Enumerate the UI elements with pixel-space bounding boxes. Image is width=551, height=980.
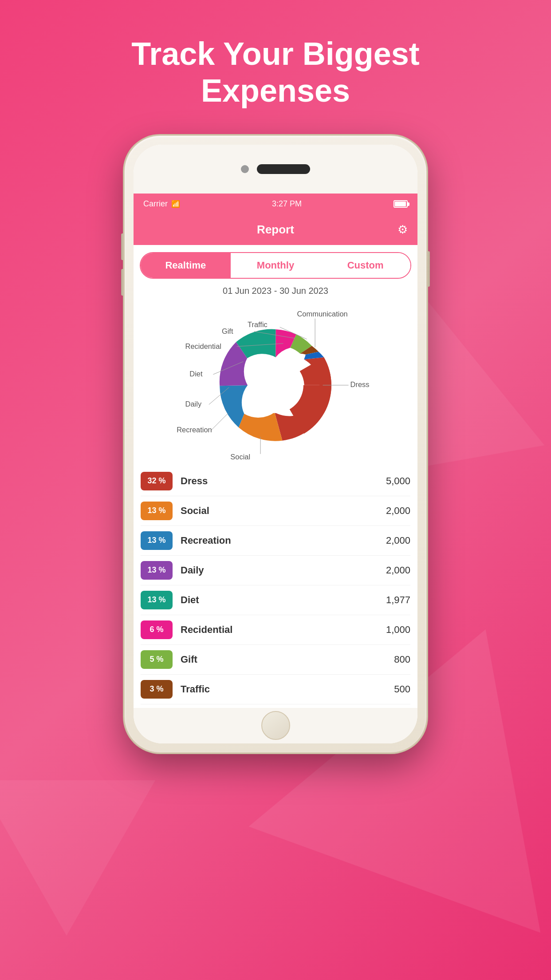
expense-name: Recidential — [181, 624, 386, 636]
earpiece-speaker — [257, 164, 310, 174]
home-button[interactable] — [261, 711, 290, 740]
expense-badge: 13 % — [141, 531, 173, 550]
wifi-icon: 📶 — [171, 200, 180, 208]
expense-badge: 13 % — [141, 561, 173, 580]
expense-badge: 13 % — [141, 591, 173, 609]
svg-text:Dress: Dress — [350, 380, 370, 388]
page-title: Track Your Biggest Expenses — [0, 0, 551, 136]
svg-text:Recidential: Recidential — [185, 342, 221, 350]
svg-text:Recreation: Recreation — [177, 426, 212, 434]
expense-amount: 1,000 — [386, 624, 410, 636]
expense-amount: 2,000 — [386, 505, 410, 517]
expense-badge: 32 % — [141, 472, 173, 490]
app-title: Report — [257, 223, 294, 237]
svg-point-0 — [248, 357, 303, 413]
carrier-info: Carrier 📶 — [143, 199, 180, 209]
svg-text:Diet: Diet — [189, 370, 203, 378]
expense-amount: 2,000 — [386, 565, 410, 576]
expense-amount: 800 — [394, 654, 410, 665]
svg-text:Traffic: Traffic — [248, 320, 268, 328]
front-camera — [241, 165, 249, 173]
power-button — [426, 251, 430, 287]
expense-name: Daily — [181, 565, 386, 576]
expense-name: Diet — [181, 594, 386, 606]
svg-text:Gift: Gift — [222, 327, 233, 335]
donut-chart-container: Dress Social Recreation Daily Diet Recid… — [138, 303, 413, 463]
expense-badge: 3 % — [141, 680, 173, 699]
tab-bar: Realtime Monthly Custom — [140, 252, 411, 279]
expense-item: 13 % Social 2,000 — [141, 496, 410, 526]
expense-item: 6 % Recidential 1,000 — [141, 615, 410, 645]
expense-item: 5 % Gift 800 — [141, 645, 410, 675]
expense-name: Recreation — [181, 535, 386, 546]
app-header: Report ⚙ — [134, 215, 417, 245]
expense-amount: 2,000 — [386, 535, 410, 546]
phone-frame: Carrier 📶 3:27 PM Report ⚙ Realtime Mont… — [125, 136, 426, 752]
expense-item: 32 % Dress 5,000 — [141, 466, 410, 496]
expense-badge: 13 % — [141, 502, 173, 520]
expense-amount: 5,000 — [386, 475, 410, 487]
status-bar: Carrier 📶 3:27 PM — [134, 194, 417, 215]
volume-button-down — [121, 269, 125, 296]
expense-name: Social — [181, 505, 386, 517]
tab-custom[interactable]: Custom — [320, 253, 410, 278]
expense-name: Gift — [181, 654, 394, 665]
svg-text:Communication: Communication — [297, 309, 347, 317]
phone-bezel-bottom — [134, 708, 417, 743]
date-range: 01 Jun 2023 - 30 Jun 2023 — [134, 286, 417, 296]
svg-line-5 — [211, 413, 228, 430]
expense-item: 13 % Recreation 2,000 — [141, 526, 410, 556]
settings-icon[interactable]: ⚙ — [398, 223, 408, 237]
expense-amount: 500 — [394, 684, 410, 695]
tab-monthly[interactable]: Monthly — [231, 253, 321, 278]
volume-button-up — [121, 233, 125, 260]
time-display: 3:27 PM — [272, 199, 302, 209]
expense-badge: 5 % — [141, 650, 173, 669]
svg-text:Daily: Daily — [185, 400, 202, 408]
tab-realtime[interactable]: Realtime — [141, 253, 231, 278]
expense-amount: 1,977 — [386, 594, 410, 606]
svg-text:Social: Social — [230, 453, 250, 461]
carrier-label: Carrier — [143, 199, 168, 209]
expense-list: 32 % Dress 5,000 13 % Social 2,000 13 % … — [134, 463, 417, 708]
battery-icon — [394, 200, 408, 208]
phone-bezel-top — [134, 145, 417, 194]
expense-name: Dress — [181, 475, 386, 487]
expense-item: 13 % Diet 1,977 — [141, 585, 410, 615]
expense-item: 3 % Traffic 500 — [141, 675, 410, 704]
expense-badge: 6 % — [141, 620, 173, 639]
expense-item: 13 % Daily 2,000 — [141, 556, 410, 585]
expense-name: Traffic — [181, 684, 394, 695]
donut-chart: Dress Social Recreation Daily Diet Recid… — [138, 303, 413, 463]
